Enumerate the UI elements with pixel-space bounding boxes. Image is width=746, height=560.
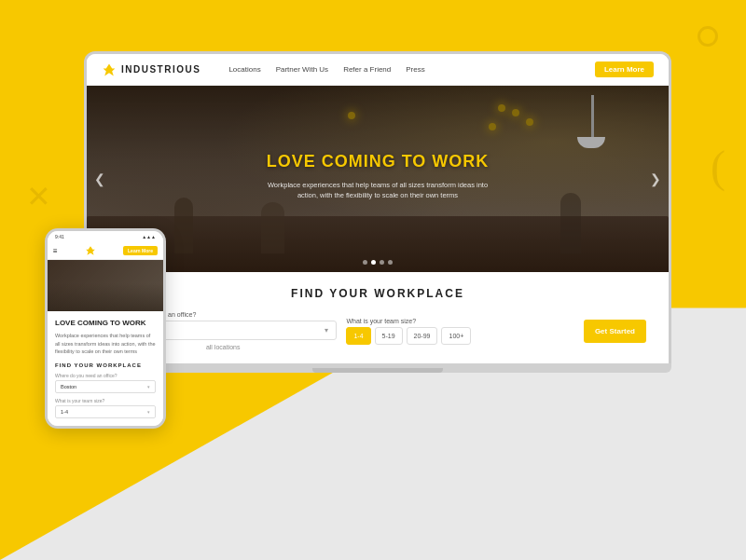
- mobile-team-value: 1-4: [61, 409, 68, 415]
- hero-title: LOVE COMING TO WORK: [266, 152, 490, 172]
- mobile-hero: [48, 260, 163, 311]
- deco-circle: [698, 26, 718, 47]
- hero-dot-3[interactable]: [380, 260, 384, 265]
- mobile-hero-title: LOVE COMING TO WORK: [55, 319, 156, 328]
- team-size-5-19[interactable]: 5-19: [375, 327, 403, 345]
- laptop-base: [84, 363, 671, 373]
- mobile-location-value: Boston: [61, 384, 76, 389]
- hero-dot-1[interactable]: [363, 260, 367, 265]
- mobile-mockup: 9:41 ▲▲▲ ≡ Learn More LOVE COMING TO WOR…: [45, 228, 166, 429]
- mobile-content: LOVE COMING TO WORK Workplace experience…: [48, 311, 163, 426]
- mobile-signal: ▲▲▲: [142, 234, 156, 239]
- mobile-location-dropdown-icon: ▾: [147, 384, 150, 389]
- location-dropdown-icon: ▾: [325, 326, 328, 335]
- nav-partner[interactable]: Partner With Us: [276, 65, 328, 74]
- mobile-menu-icon[interactable]: ≡: [53, 247, 58, 255]
- mobile-location-label: Where do you need an office?: [55, 373, 156, 378]
- logo-icon: [102, 62, 117, 77]
- svg-marker-1: [86, 246, 95, 255]
- team-size-label: What is your team size?: [346, 318, 573, 324]
- laptop-mockup: INDUSTRIOUS Locations Partner With Us Re…: [84, 51, 671, 373]
- mobile-learn-btn[interactable]: Learn More: [123, 246, 158, 255]
- laptop-screen: INDUSTRIOUS Locations Partner With Us Re…: [84, 51, 671, 363]
- nav-press[interactable]: Press: [406, 65, 424, 74]
- svg-marker-0: [104, 63, 116, 75]
- logo-area: INDUSTRIOUS: [102, 62, 200, 77]
- team-size-1-4[interactable]: 1-4: [346, 327, 370, 345]
- nav-links: Locations Partner With Us Refer a Friend…: [228, 65, 594, 74]
- brand-name: INDUSTRIOUS: [121, 64, 200, 75]
- team-size-100plus[interactable]: 100+: [441, 327, 471, 345]
- mobile-hero-sub: Workplace experiences that help teams of…: [55, 332, 156, 355]
- team-size-20-99[interactable]: 20-99: [407, 327, 438, 345]
- hero-arrow-right[interactable]: ❯: [650, 171, 661, 186]
- team-size-group: 1-4 5-19 20-99 100+: [346, 327, 573, 345]
- hero-subtitle: Workplace experiences that help teams of…: [266, 180, 490, 201]
- laptop-navbar: INDUSTRIOUS Locations Partner With Us Re…: [87, 54, 669, 86]
- mobile-team-dropdown-icon: ▾: [147, 409, 150, 415]
- mobile-find-title: FIND YOUR WORKPLACE: [55, 362, 156, 368]
- mobile-team-select[interactable]: 1-4 ▾: [55, 405, 156, 418]
- mobile-time: 9:41: [55, 234, 64, 239]
- hero-dot-4[interactable]: [388, 260, 393, 265]
- mobile-hero-people: [48, 283, 163, 311]
- find-title: FIND YOUR WORKPLACE: [109, 287, 646, 300]
- hero-text-block: LOVE COMING TO WORK Workplace experience…: [266, 152, 490, 200]
- find-form: Where do you need an office? Boston ▾ al…: [109, 311, 646, 350]
- hero-dot-2[interactable]: [371, 260, 376, 265]
- deco-x-icon: ✕: [26, 182, 51, 212]
- mobile-team-label: What is your team size?: [55, 398, 156, 403]
- nav-learn-more-button[interactable]: Learn More: [595, 61, 654, 77]
- nav-locations[interactable]: Locations: [228, 65, 260, 74]
- deco-c-icon: (: [711, 144, 725, 189]
- find-workplace-section: FIND YOUR WORKPLACE Where do you need an…: [87, 272, 669, 363]
- mobile-logo-icon: [85, 245, 96, 256]
- mobile-navbar: ≡ Learn More: [48, 242, 163, 260]
- hero-section: ❮ ❯ LOVE COMING TO WORK Workplace experi…: [87, 86, 669, 272]
- hero-dots: [363, 260, 393, 265]
- hero-lamp: [591, 95, 594, 142]
- nav-refer[interactable]: Refer a Friend: [343, 65, 391, 74]
- hero-arrow-left[interactable]: ❮: [94, 171, 105, 186]
- mobile-location-select[interactable]: Boston ▾: [55, 380, 156, 393]
- mobile-status-bar: 9:41 ▲▲▲: [48, 231, 163, 242]
- team-size-field: What is your team size? 1-4 5-19 20-99 1…: [346, 318, 573, 345]
- get-started-button[interactable]: Get Started: [584, 320, 646, 343]
